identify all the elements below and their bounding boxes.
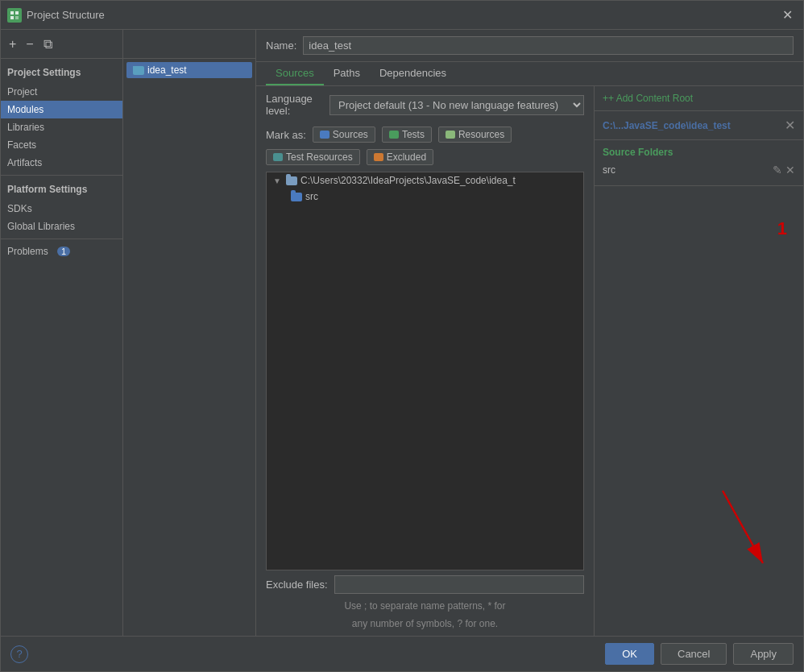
flyout-close-button[interactable]: ✕ (785, 118, 795, 133)
file-tree-root[interactable]: ▼ C:\Users\20332\IdeaProjects\JavaSE_cod… (267, 172, 583, 189)
chevron-down-icon: ▼ (273, 176, 283, 185)
exclude-label: Exclude files: (266, 579, 328, 591)
svg-rect-2 (10, 16, 14, 19)
module-tree-panel: idea_test (123, 30, 256, 636)
file-tree[interactable]: ▼ C:\Users\20332\IdeaProjects\JavaSE_cod… (266, 172, 584, 570)
panel-body: Language level: Project default (13 - No… (256, 86, 803, 636)
tab-paths[interactable]: Paths (324, 62, 370, 85)
tabs-row: Sources Paths Dependencies (256, 62, 803, 86)
project-settings-label: Project Settings (1, 62, 122, 83)
dialog-title: Project Structure (27, 9, 777, 21)
sidebar: + − ⧉ Project Settings Project Modules L… (1, 30, 123, 636)
arrow-annotation (698, 475, 795, 587)
name-label: Name: (266, 39, 296, 52)
module-tree-item-idea-test[interactable]: idea_test (126, 62, 252, 78)
exclude-row: Exclude files: (256, 570, 594, 599)
sidebar-item-sdks[interactable]: SDKs (1, 200, 122, 218)
module-name: idea_test (147, 64, 187, 76)
root-path-label: C:\Users\20332\IdeaProjects\JavaSE_code\… (300, 175, 516, 186)
add-icon: + (603, 93, 608, 104)
tab-dependencies[interactable]: Dependencies (370, 62, 456, 85)
remove-button[interactable]: − (23, 35, 36, 53)
source-actions: ✎ ✕ (773, 164, 795, 176)
sources-dot (320, 131, 329, 139)
sdks-label: SDKs (7, 203, 32, 214)
language-level-select[interactable]: Project default (13 - No new language fe… (329, 95, 584, 115)
global-libraries-label: Global Libraries (7, 221, 75, 232)
sidebar-item-artifacts[interactable]: Artifacts (1, 154, 122, 172)
svg-rect-3 (15, 16, 19, 19)
modules-label: Modules (7, 104, 44, 115)
src-folder-label: src (305, 191, 318, 202)
svg-rect-1 (15, 11, 19, 15)
right-flyout: + + Add Content Root C:\...JavaSE_code\i… (594, 86, 803, 636)
app-icon (7, 8, 22, 23)
delete-source-button[interactable]: ✕ (785, 164, 795, 176)
sidebar-tree: Project Settings Project Modules Librari… (1, 59, 122, 636)
flyout-source-section: Source Folders src ✎ ✕ (595, 140, 803, 186)
source-folder-name: src (603, 164, 615, 176)
mark-as-label: Mark as: (266, 129, 306, 141)
sidebar-item-facets[interactable]: Facets (1, 136, 122, 154)
excluded-dot (374, 153, 383, 161)
svg-line-5 (723, 491, 763, 563)
exclude-input[interactable] (334, 575, 584, 594)
bottom-left: ? (10, 645, 28, 663)
copy-button[interactable]: ⧉ (40, 35, 56, 53)
hint-text-1: Use ; to separate name patterns, * for (256, 599, 594, 618)
close-button[interactable]: ✕ (777, 6, 797, 25)
problems-label: Problems (7, 246, 48, 257)
sidebar-item-global-libraries[interactable]: Global Libraries (1, 218, 122, 235)
mark-tests-button[interactable]: Tests (382, 127, 432, 143)
language-level-row: Language level: Project default (13 - No… (256, 86, 594, 123)
annotation-number: 1 (777, 218, 787, 239)
flyout-header: C:\...JavaSE_code\idea_test ✕ (595, 111, 803, 140)
module-toolbar (123, 30, 255, 59)
tests-dot (389, 131, 399, 139)
flyout-source-item-src: src ✎ ✕ (603, 161, 795, 179)
module-tree: idea_test (123, 59, 255, 81)
add-button[interactable]: + (6, 35, 19, 53)
platform-settings-label: Platform Settings (1, 179, 122, 200)
mark-sources-button[interactable]: Sources (313, 127, 375, 143)
ok-button[interactable]: OK (605, 643, 654, 665)
svg-rect-0 (10, 11, 14, 15)
sidebar-item-modules[interactable]: Modules (1, 101, 122, 118)
name-row: Name: (256, 30, 803, 62)
cancel-button[interactable]: Cancel (661, 643, 727, 665)
sources-panel: Language level: Project default (13 - No… (256, 86, 594, 636)
flyout-path: C:\...JavaSE_code\idea_test (603, 120, 731, 131)
help-button[interactable]: ? (10, 645, 28, 663)
edit-source-button[interactable]: ✎ (773, 164, 782, 176)
test-resources-dot (273, 153, 283, 161)
title-bar: Project Structure ✕ (1, 1, 803, 30)
bottom-bar: ? OK Cancel Apply (1, 636, 803, 671)
add-content-root-button[interactable]: + + Add Content Root (595, 86, 803, 111)
mark-as-row: Mark as: Sources Tests Resources (256, 123, 594, 172)
project-label: Project (7, 86, 37, 97)
language-level-label: Language level: (266, 93, 323, 117)
bottom-right: OK Cancel Apply (605, 643, 794, 665)
mark-test-resources-button[interactable]: Test Resources (266, 149, 360, 165)
resources-dot (446, 131, 455, 139)
file-tree-src[interactable]: src (267, 189, 583, 205)
sidebar-item-libraries[interactable]: Libraries (1, 118, 122, 136)
apply-button[interactable]: Apply (733, 643, 794, 665)
artifacts-label: Artifacts (7, 157, 42, 168)
mark-resources-button[interactable]: Resources (438, 127, 512, 143)
sidebar-toolbar: + − ⧉ (1, 30, 122, 59)
problems-badge: 1 (57, 247, 70, 256)
facets-label: Facets (7, 139, 36, 151)
name-input[interactable] (303, 36, 794, 55)
mark-excluded-button[interactable]: Excluded (367, 149, 433, 165)
divider (1, 175, 122, 176)
sidebar-item-problems[interactable]: Problems 1 (1, 243, 122, 260)
divider2 (1, 239, 122, 239)
hint-text-2: any number of symbols, ? for one. (256, 618, 594, 636)
annotation-area: 1 (595, 186, 803, 636)
sidebar-item-project[interactable]: Project (1, 83, 122, 101)
right-panel: Name: Sources Paths Dependencies (256, 30, 803, 636)
source-folders-title: Source Folders (603, 147, 795, 158)
libraries-label: Libraries (7, 122, 44, 133)
tab-sources[interactable]: Sources (266, 62, 324, 85)
